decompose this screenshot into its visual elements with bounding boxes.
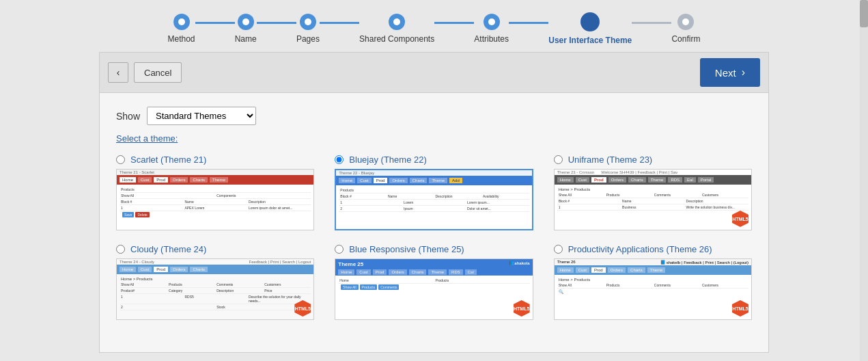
preview-tab: Theme	[429, 178, 447, 183]
preview-cell: Dolor sit amet...	[466, 206, 529, 211]
preview-cell: Comments	[653, 193, 701, 197]
preview-header-23: Home Cust Prod Orders Charts Theme RDS E…	[555, 175, 751, 185]
preview-tab: Portal	[698, 177, 714, 183]
preview-row: Products	[339, 187, 529, 193]
step-confirm: Confirm	[671, 14, 700, 44]
theme-radio-24[interactable]	[116, 245, 125, 254]
theme-radio-22[interactable]	[335, 155, 344, 164]
theme-radio-26[interactable]	[554, 245, 563, 254]
cancel-button[interactable]: Cancel	[134, 62, 182, 83]
theme-item-25: Blue Responsive (Theme 25) Theme 25 📘 ah…	[335, 244, 533, 320]
show-label: Show	[116, 111, 140, 122]
preview-cell: Availability	[481, 194, 529, 198]
preview-cell: Business	[621, 205, 684, 209]
preview-btn: Products	[360, 284, 378, 290]
step-label-attributes: Attributes	[474, 34, 509, 44]
step-name: Name	[235, 14, 257, 44]
theme-preview-22[interactable]: Theme 22 - Bluejay Home Cust Prod Orders…	[335, 169, 533, 230]
preview-cell: Show All	[557, 193, 605, 197]
preview-cell: Comments	[215, 282, 263, 286]
theme-preview-23[interactable]: Theme 23 - Crimson Welcome SH4439 | Feed…	[554, 169, 752, 230]
preview-title-text: Theme 24 - Cloudy	[120, 260, 154, 264]
theme-radio-row-26: Productivity Applications (Theme 26)	[554, 244, 752, 254]
theme-radio-25[interactable]	[335, 245, 344, 254]
theme-preview-26[interactable]: Theme 26 📘 shakelb | Feedback | Print | …	[554, 258, 752, 320]
preview-body-26: Home > Products Show All Products Commen…	[555, 275, 751, 297]
preview-tab: Eal	[684, 177, 696, 183]
preview-cell: Write the solution business div...	[685, 205, 748, 209]
preview-row: Product# Category Description Price	[120, 288, 311, 294]
preview-row: 1 Business Write the solution business d…	[557, 204, 748, 211]
scrollbar-track[interactable]	[860, 0, 868, 361]
preview-cell: Show All	[120, 193, 215, 198]
preview-cell: Products	[167, 282, 215, 286]
preview-cell: Comments	[653, 283, 701, 287]
step-circle-attributes	[484, 14, 500, 30]
step-shared-components: Shared Components	[359, 14, 434, 44]
theme-preview-25[interactable]: Theme 25 📘 ahakola Home Cust Prod Orders…	[335, 258, 533, 320]
back-button[interactable]: ‹	[108, 62, 128, 83]
theme-preview-24[interactable]: Theme 24 - Cloudy Feedback | Print | Sea…	[116, 258, 314, 320]
preview-cell: Product#	[120, 289, 167, 293]
preview-cell: Home	[338, 278, 434, 282]
preview-cell: Products	[434, 278, 530, 282]
theme-radio-row-25: Blue Responsive (Theme 25)	[335, 244, 533, 254]
preview-btn: Show All	[341, 284, 358, 290]
preview-cell: Lorem ipsum dolor sit amet...	[247, 206, 311, 210]
preview-cell: Block #	[120, 200, 183, 204]
theme-type-dropdown[interactable]: Standard Themes Custom Themes	[147, 107, 256, 125]
preview-header-26: Home Cust Prod Orders Charts Theme	[555, 265, 751, 275]
preview-tab: Prod	[154, 267, 168, 272]
theme-name-24: Cloudy (Theme 24)	[130, 244, 206, 254]
preview-actions: 📘 shakelb | Feedback | Print | Search | …	[660, 260, 748, 265]
preview-cell: Products	[339, 188, 529, 192]
html5-badge-26: HTML5	[732, 300, 748, 317]
content-wrapper: ‹ Cancel Next › Show Standard Themes Cus…	[99, 52, 769, 353]
preview-tab: Charts	[410, 178, 428, 183]
preview-row: Home Products	[338, 278, 529, 284]
preview-cell: Description	[434, 194, 481, 198]
preview-cell: Description	[215, 289, 263, 293]
theme-name-25: Blue Responsive (Theme 25)	[349, 244, 464, 254]
preview-row: 1 RDS5 Describe the solution for your da…	[120, 294, 311, 304]
theme-item-22: Bluejay (Theme 22) Theme 22 - Bluejay Ho…	[335, 155, 533, 230]
step-pages: Pages	[296, 14, 320, 44]
preview-cell: Customers	[701, 283, 748, 287]
theme-name-22: Bluejay (Theme 22)	[349, 155, 426, 165]
preview-cell: RDS5	[183, 295, 247, 303]
preview-cell: 2	[339, 206, 402, 211]
theme-name-23: Uniframe (Theme 23)	[568, 155, 653, 165]
preview-row: Block # Name Description	[557, 198, 748, 204]
preview-tab: Orders	[170, 177, 188, 183]
step-label-confirm: Confirm	[671, 34, 700, 44]
preview-tab: Orders	[608, 177, 626, 183]
preview-cell: 2	[120, 305, 215, 309]
preview-cell: Block #	[557, 199, 621, 203]
step-circle-shared	[389, 14, 405, 30]
next-button[interactable]: Next ›	[700, 58, 760, 87]
preview-tab: Orders	[389, 178, 407, 183]
preview-tab: Cal	[465, 269, 477, 275]
preview-btn-row: Save Delete	[120, 211, 311, 218]
preview-cell: 1	[120, 295, 183, 303]
step-line-1	[195, 22, 235, 24]
preview-header-22: Home Cust Prod Orders Charts Theme Add	[336, 176, 531, 185]
theme-preview-21[interactable]: Theme 21 - Scarlet Home Cust Prod Orders…	[116, 169, 314, 230]
preview-tab: Theme	[210, 177, 228, 183]
preview-row: Show All Products Comments Customers	[557, 192, 748, 198]
step-circle-name	[238, 14, 254, 30]
preview-tab: Charts	[409, 269, 427, 275]
step-label-shared: Shared Components	[359, 34, 434, 44]
preview-body-22: Products Block # Name Description Availa…	[336, 185, 531, 214]
step-label-pages: Pages	[296, 34, 320, 44]
theme-radio-21[interactable]	[116, 155, 125, 164]
theme-radio-23[interactable]	[554, 155, 563, 164]
step-circle-ui-theme	[580, 12, 600, 31]
theme-name-26: Productivity Applications (Theme 26)	[568, 244, 712, 254]
step-circle-pages	[300, 14, 316, 30]
preview-cell: Name	[183, 200, 247, 204]
preview-row: Block # Name Description	[120, 199, 311, 205]
preview-cell: Block #	[339, 194, 387, 198]
scrollbar-thumb[interactable]	[860, 0, 868, 27]
next-label: Next	[715, 67, 736, 79]
